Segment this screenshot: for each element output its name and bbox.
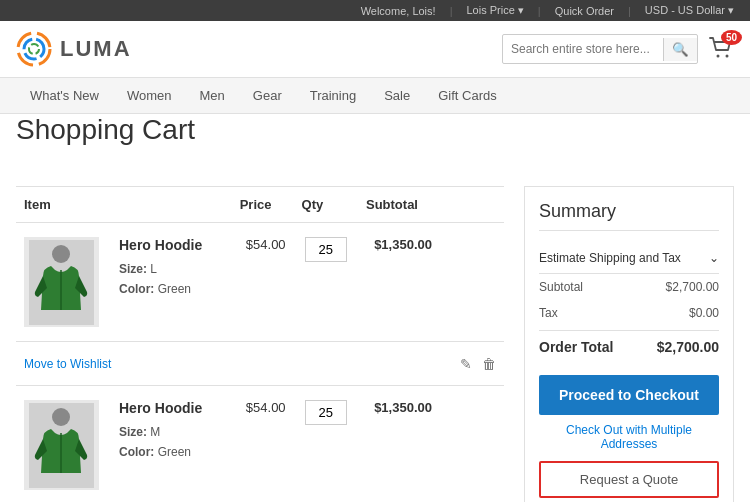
summary-title: Summary bbox=[539, 201, 719, 231]
order-total-row: Order Total $2,700.00 bbox=[539, 330, 719, 363]
col-header-subtotal: Subtotal bbox=[358, 187, 440, 223]
summary-panel: Summary Estimate Shipping and Tax ⌄ Subt… bbox=[524, 186, 734, 502]
subtotal-cell-2: $1,350.00 bbox=[358, 386, 440, 503]
user-dropdown[interactable]: Lois Price ▾ bbox=[466, 4, 523, 17]
product-color-1: Green bbox=[158, 282, 191, 296]
search-input[interactable] bbox=[503, 38, 663, 60]
size-label: Size: bbox=[119, 262, 147, 276]
col-header-item: Item bbox=[16, 187, 232, 223]
cart-table: Item Price Qty Subtotal bbox=[16, 186, 504, 502]
color-label: Color: bbox=[119, 282, 154, 296]
search-button[interactable]: 🔍 bbox=[663, 38, 697, 61]
page-title: Shopping Cart bbox=[0, 114, 750, 146]
product-img-svg-2 bbox=[29, 403, 94, 488]
product-name-2: Hero Hoodie bbox=[119, 400, 202, 416]
subtotal-label: Subtotal bbox=[539, 280, 583, 294]
cart-area: Item Price Qty Subtotal bbox=[16, 186, 504, 502]
request-quote-button[interactable]: Request a Quote bbox=[539, 461, 719, 498]
product-name-1: Hero Hoodie bbox=[119, 237, 202, 253]
quick-order-link[interactable]: Quick Order bbox=[555, 5, 614, 17]
estimate-label: Estimate Shipping and Tax bbox=[539, 251, 681, 265]
nav-item-sale[interactable]: Sale bbox=[370, 78, 424, 113]
price-cell-1: $54.00 bbox=[232, 223, 294, 342]
actions-cell-1 bbox=[440, 223, 504, 342]
svg-point-2 bbox=[29, 44, 39, 54]
order-total-label: Order Total bbox=[539, 339, 613, 355]
table-row: Hero Hoodie Size: M Color: Green bbox=[16, 386, 504, 503]
luma-logo-icon bbox=[16, 31, 52, 67]
product-image-2 bbox=[24, 400, 99, 490]
user-chevron-icon: ▾ bbox=[518, 4, 524, 16]
col-header-qty: Qty bbox=[294, 187, 358, 223]
cart-icon-area[interactable]: 50 bbox=[708, 36, 734, 63]
welcome-text: Welcome, Lois! bbox=[361, 5, 436, 17]
product-cell-1: Hero Hoodie Size: L Color: Green bbox=[16, 223, 232, 342]
product-info-2: Hero Hoodie Size: M Color: Green bbox=[119, 400, 202, 463]
currency-dropdown[interactable]: USD - US Dollar ▾ bbox=[645, 4, 734, 17]
subtotal-row: Subtotal $2,700.00 bbox=[539, 274, 719, 300]
nav-item-gear[interactable]: Gear bbox=[239, 78, 296, 113]
top-bar: Welcome, Lois! | Lois Price ▾ | Quick Or… bbox=[0, 0, 750, 21]
page-content: Item Price Qty Subtotal bbox=[0, 166, 750, 502]
qty-input-1[interactable] bbox=[305, 237, 347, 262]
price-cell-2: $54.00 bbox=[232, 386, 294, 503]
currency-chevron-icon: ▾ bbox=[728, 4, 734, 16]
svg-point-6 bbox=[52, 245, 70, 263]
estimate-chevron-icon: ⌄ bbox=[709, 251, 719, 265]
table-row: Hero Hoodie Size: L Color: Green bbox=[16, 223, 504, 342]
col-header-price: Price bbox=[232, 187, 294, 223]
multi-address-link[interactable]: Check Out with Multiple Addresses bbox=[539, 423, 719, 451]
qty-input-2[interactable] bbox=[305, 400, 347, 425]
svg-point-1 bbox=[24, 39, 44, 59]
size-label-2: Size: bbox=[119, 425, 147, 439]
wishlist-link-1[interactable]: Move to Wishlist bbox=[24, 357, 111, 371]
logo-text: LUMA bbox=[60, 36, 132, 62]
product-image-1 bbox=[24, 237, 99, 327]
header: LUMA 🔍 50 bbox=[0, 21, 750, 78]
estimate-shipping-row[interactable]: Estimate Shipping and Tax ⌄ bbox=[539, 243, 719, 274]
search-box[interactable]: 🔍 bbox=[502, 34, 698, 64]
product-size-1: L bbox=[150, 262, 157, 276]
tax-label: Tax bbox=[539, 306, 558, 320]
color-label-2: Color: bbox=[119, 445, 154, 459]
nav-item-gift-cards[interactable]: Gift Cards bbox=[424, 78, 511, 113]
delete-icon-1[interactable]: 🗑 bbox=[482, 356, 496, 372]
product-size-2: M bbox=[150, 425, 160, 439]
product-img-svg bbox=[29, 240, 94, 325]
header-right: 🔍 50 bbox=[502, 34, 734, 64]
logo-area: LUMA bbox=[16, 31, 502, 67]
subtotal-value: $2,700.00 bbox=[666, 280, 719, 294]
cart-count: 50 bbox=[721, 30, 742, 45]
tax-value: $0.00 bbox=[689, 306, 719, 320]
svg-point-3 bbox=[717, 54, 720, 57]
nav-item-training[interactable]: Training bbox=[296, 78, 370, 113]
product-info-1: Hero Hoodie Size: L Color: Green bbox=[119, 237, 202, 300]
actions-cell-2 bbox=[440, 386, 504, 503]
main-nav: What's New Women Men Gear Training Sale … bbox=[0, 78, 750, 114]
checkout-button[interactable]: Proceed to Checkout bbox=[539, 375, 719, 415]
wishlist-row-1: Move to Wishlist ✎ 🗑 bbox=[16, 342, 504, 386]
qty-cell-1 bbox=[294, 223, 358, 342]
nav-item-whats-new[interactable]: What's New bbox=[16, 78, 113, 113]
nav-item-men[interactable]: Men bbox=[186, 78, 239, 113]
svg-point-9 bbox=[52, 408, 70, 426]
subtotal-cell-1: $1,350.00 bbox=[358, 223, 440, 342]
order-total-value: $2,700.00 bbox=[657, 339, 719, 355]
nav-item-women[interactable]: Women bbox=[113, 78, 186, 113]
qty-cell-2 bbox=[294, 386, 358, 503]
product-color-2: Green bbox=[158, 445, 191, 459]
tax-row: Tax $0.00 bbox=[539, 300, 719, 326]
edit-icon-1[interactable]: ✎ bbox=[460, 356, 472, 372]
product-cell-2: Hero Hoodie Size: M Color: Green bbox=[16, 386, 232, 503]
search-icon: 🔍 bbox=[672, 42, 689, 57]
svg-point-4 bbox=[726, 54, 729, 57]
